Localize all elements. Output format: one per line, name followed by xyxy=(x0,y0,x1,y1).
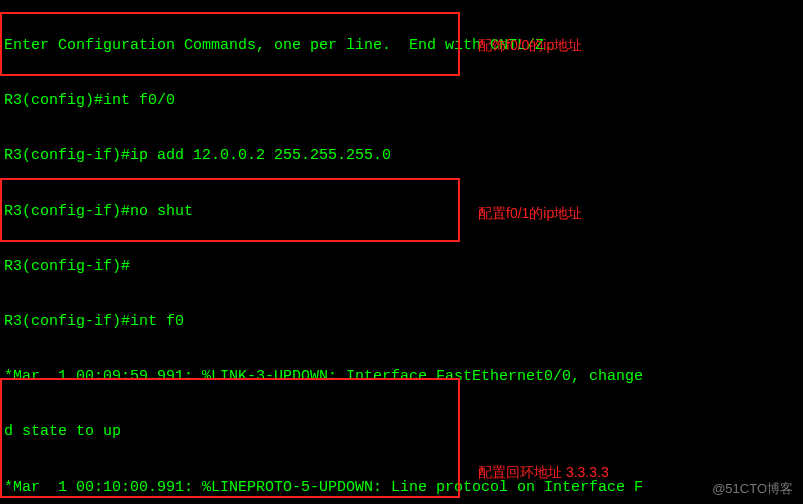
terminal-line: *Mar 1 00:10:00.991: %LINEPROTO-5-UPDOWN… xyxy=(4,479,643,497)
terminal-output: Enter Configuration Commands, one per li… xyxy=(4,0,643,504)
terminal-line: *Mar 1 00:09:59.991: %LINK-3-UPDOWN: Int… xyxy=(4,368,643,386)
terminal-line: Enter Configuration Commands, one per li… xyxy=(4,37,643,55)
terminal-line: R3(config-if)# xyxy=(4,258,643,276)
terminal-line: R3(config-if)#ip add 12.0.0.2 255.255.25… xyxy=(4,147,643,165)
terminal-line: R3(config)#int f0/0 xyxy=(4,92,643,110)
terminal-line: R3(config-if)#int f0 xyxy=(4,313,643,331)
terminal-line: d state to up xyxy=(4,423,643,441)
terminal-line: R3(config-if)#no shut xyxy=(4,203,643,221)
watermark: @51CTO博客 xyxy=(712,480,793,499)
